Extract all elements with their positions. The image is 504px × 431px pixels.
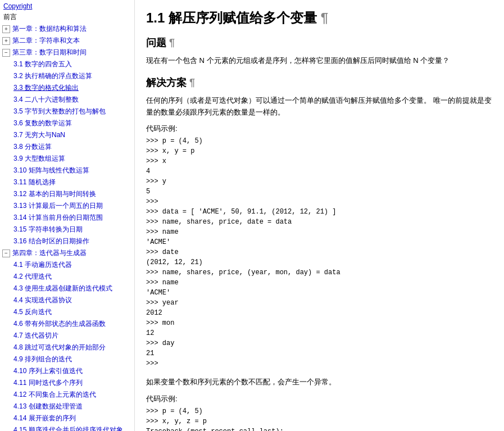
chapter-3-toggle[interactable] [2, 49, 10, 57]
sidebar-item-4-8[interactable]: 4.8 跳过可迭代对象的开始部分 [0, 342, 134, 353]
sidebar-item-4-10[interactable]: 4.10 序列上索引值迭代 [0, 365, 134, 377]
solution-para: 任何的序列（或者是可迭代对象）可以通过一个简单的赋值语句解压并赋值给多个变量。 … [146, 95, 493, 119]
sidebar-item-3-3[interactable]: 3.3 数字的格式化输出 [0, 82, 134, 94]
sidebar-item-4-9[interactable]: 4.9 排列组合的迭代 [0, 353, 134, 365]
sidebar-item-4-7[interactable]: 4.7 迭代器切片 [0, 330, 134, 342]
code-label-2: 代码示例: [146, 394, 493, 404]
sidebar-item-3-4[interactable]: 3.4 二八十六进制整数 [0, 94, 134, 106]
sidebar-item-3-15[interactable]: 3.15 字符串转换为日期 [0, 224, 134, 235]
chapter-2-label: 第二章：字符串和文本 [12, 36, 80, 46]
sidebar-item-4-1[interactable]: 4.1 手动遍历迭代器 [0, 259, 134, 271]
sidebar-chapter-4[interactable]: 第四章：迭代器与生成器 [0, 247, 134, 259]
sidebar-item-4-2[interactable]: 4.2 代理迭代 [0, 271, 134, 283]
sidebar-copyright[interactable]: Copyright [0, 1, 134, 11]
chapter-2-toggle[interactable] [2, 37, 10, 45]
chapter-4-toggle[interactable] [2, 249, 10, 257]
sidebar-item-3-5[interactable]: 3.5 字节到大整数的打包与解包 [0, 106, 134, 117]
solution-pilcrow: ¶ [189, 77, 195, 88]
section-number: 1.1 [146, 10, 165, 25]
sidebar-item-3-12[interactable]: 3.12 基本的日期与时间转换 [0, 188, 134, 200]
sidebar-item-3-8[interactable]: 3.8 分数运算 [0, 141, 134, 153]
section-pilcrow: ¶ [321, 10, 328, 25]
sidebar-item-3-16[interactable]: 3.16 结合时区的日期操作 [0, 235, 134, 247]
sidebar-item-4-6[interactable]: 4.6 带有外部状态的生成器函数 [0, 318, 134, 330]
sidebar-item-4-4[interactable]: 4.4 实现迭代器协议 [0, 294, 134, 306]
chapter-3-label: 第三章：数字日期和时间 [12, 48, 87, 57]
code-block-1: >>> p = (4, 5) >>> x, y = p >>> x 4 >>> … [146, 136, 493, 369]
chapter-4-label: 第四章：迭代器与生成器 [12, 248, 87, 258]
sidebar-chapter-3[interactable]: 第三章：数字日期和时间 [0, 47, 134, 58]
problem-heading: 问题 ¶ [146, 36, 493, 49]
section-title: 1.1 解压序列赋值给多个变量 ¶ [146, 9, 493, 27]
solution-heading: 解决方案 ¶ [146, 76, 493, 89]
mismatch-para: 如果变量个数和序列元素的个数不匹配，会产生一个异常。 [146, 376, 493, 388]
problem-para: 现在有一个包含 N 个元素的元组或者是序列，怎样将它里面的值解压后同时赋值给 N… [146, 55, 493, 67]
code-block-2: >>> p = (4, 5) >>> x, y, z = p Traceback… [146, 406, 493, 431]
chapter-1-label: 第一章：数据结构和算法 [12, 24, 87, 34]
sidebar-item-4-15[interactable]: 4.15 顺序迭代合并后的排序迭代对象 [0, 424, 134, 431]
main-content: 1.1 解压序列赋值给多个变量 ¶ 问题 ¶ 现在有一个包含 N 个元素的元组或… [135, 0, 504, 431]
sidebar-item-4-14[interactable]: 4.14 展开嵌套的序列 [0, 412, 134, 424]
sidebar: Copyright 前言 第一章：数据结构和算法 第二章：字符串和文本 第三章：… [0, 0, 135, 431]
problem-pilcrow: ¶ [169, 37, 175, 48]
sidebar-chapter-1[interactable]: 第一章：数据结构和算法 [0, 23, 134, 35]
sidebar-item-3-1[interactable]: 3.1 数字的四舍五入 [0, 58, 134, 70]
sidebar-item-3-14[interactable]: 3.14 计算当前月份的日期范围 [0, 212, 134, 224]
sidebar-preface: 前言 [0, 11, 134, 23]
chapter-1-toggle[interactable] [2, 25, 10, 33]
section-title-text: 解压序列赋值给多个变量 [169, 10, 317, 25]
sidebar-item-4-3[interactable]: 4.3 使用生成器创建新的迭代模式 [0, 283, 134, 294]
sidebar-item-3-6[interactable]: 3.6 复数的数学运算 [0, 117, 134, 129]
sidebar-item-4-12[interactable]: 4.12 不同集合上元素的迭代 [0, 389, 134, 401]
code-label-1: 代码示例: [146, 124, 493, 134]
sidebar-item-3-11[interactable]: 3.11 随机选择 [0, 176, 134, 188]
sidebar-item-4-5[interactable]: 4.5 反向迭代 [0, 306, 134, 318]
sidebar-item-3-9[interactable]: 3.9 大型数组运算 [0, 153, 134, 165]
sidebar-item-3-2[interactable]: 3.2 执行精确的浮点数运算 [0, 70, 134, 82]
sidebar-item-3-7[interactable]: 3.7 无穷大与NaN [0, 129, 134, 141]
sidebar-item-4-13[interactable]: 4.13 创建数据处理管道 [0, 401, 134, 412]
sidebar-item-3-13[interactable]: 3.13 计算最后一个周五的日期 [0, 200, 134, 212]
sidebar-chapter-2[interactable]: 第二章：字符串和文本 [0, 35, 134, 47]
sidebar-item-3-10[interactable]: 3.10 矩阵与线性代数运算 [0, 165, 134, 176]
sidebar-item-4-11[interactable]: 4.11 同时迭代多个序列 [0, 377, 134, 389]
